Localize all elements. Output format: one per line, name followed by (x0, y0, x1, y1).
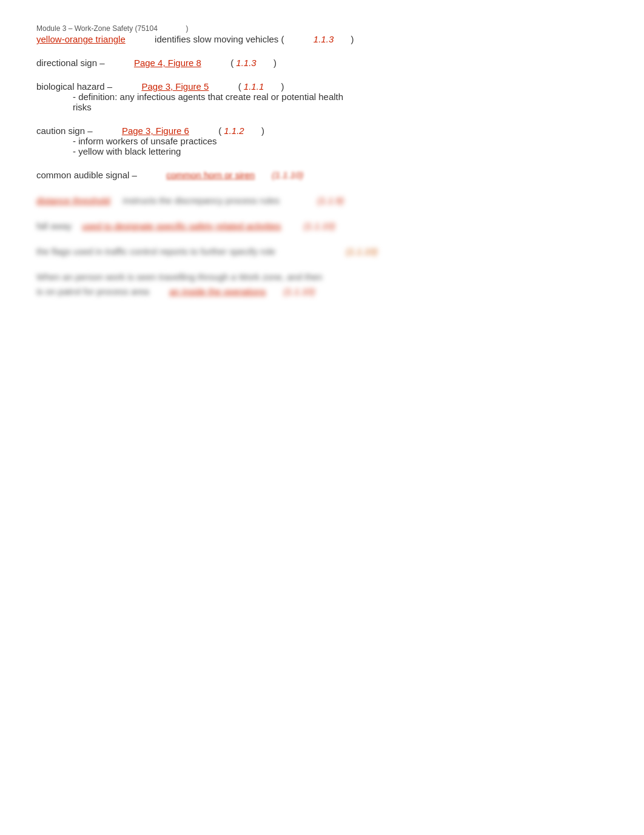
caution-sign-main: caution sign – Page 3, Figure 6 ( 1.1.2 … (36, 126, 608, 136)
blurred-section-3: the flags used in traffic control report… (36, 244, 608, 259)
page: Module 3 – Work-Zone Safety (75104 ) yel… (0, 0, 644, 835)
module-label: Module 3 – Work-Zone Safety (75104 (36, 24, 158, 33)
caution-sign-sub1: - inform workers of unsafe practices (73, 136, 608, 146)
caution-sign-sub2: - yellow with black lettering (73, 146, 608, 156)
blurred-red-4: an inside the operations (169, 286, 266, 297)
caution-paren-open: ( (218, 126, 221, 136)
directional-ref: 1.1.3 (236, 58, 256, 68)
caution-paren-close: ) (261, 126, 264, 136)
biological-hazard-main: biological hazard – Page 3, Figure 5 ( 1… (36, 81, 608, 92)
directional-paren-open: ( (230, 58, 233, 68)
audible-signal-section: common audible signal – common horn or s… (36, 170, 608, 180)
directional-sign-ref-label: Page 4, Figure 8 (134, 58, 201, 68)
blurred-orange-ref-3: (1.1.10) (346, 246, 378, 257)
biological-paren-close: ) (281, 81, 284, 92)
slow-moving-vehicles-section: yellow-orange triangle identifies slow m… (36, 34, 608, 44)
blurred-spacer-2 (284, 221, 301, 231)
biological-ref: 1.1.1 (244, 81, 264, 92)
audible-signal-label: common audible signal – (36, 170, 137, 180)
blurred-section-2: fall away used to designate specific saf… (36, 219, 608, 233)
caution-sign-label: caution sign – (36, 126, 93, 136)
caution-ref: 1.1.2 (224, 126, 244, 136)
slow-moving-close: ) (351, 34, 354, 44)
caution-sign-section: caution sign – Page 3, Figure 6 ( 1.1.2 … (36, 126, 608, 156)
blurred-ref-2: (1.1.10) (304, 221, 335, 231)
blurred-red-2: used to designate specific safety relate… (82, 221, 281, 231)
blurred-text-4b: is on patrol for process area (36, 286, 167, 297)
blurred-spacer-4 (269, 286, 281, 297)
audible-signal-red: common horn or siren (166, 170, 255, 180)
audible-signal-ref: (1.1.10) (272, 170, 304, 180)
blurred-text-1: instructs the discrepancy process rules (113, 195, 315, 206)
biological-hazard-ref-label: Page 3, Figure 5 (141, 81, 209, 92)
caution-sign-ref-label: Page 3, Figure 6 (122, 126, 189, 136)
blurred-ref-4: (1.1.10) (284, 286, 315, 297)
slow-moving-ref: 1.1.3 (314, 34, 334, 44)
blurred-text-3: the flags used in traffic control report… (36, 246, 344, 257)
blurred-text-4a: When an person work is seen travelling t… (36, 272, 323, 282)
blurred-ref-1: (1.1.9) (318, 195, 344, 206)
biological-hazard-sub2: risks (73, 102, 608, 112)
biological-hazard-section: biological hazard – Page 3, Figure 5 ( 1… (36, 81, 608, 112)
blurred-section-1: distance threshold instructs the discrep… (36, 193, 608, 208)
directional-paren-close: ) (273, 58, 277, 68)
directional-sign-section: directional sign – Page 4, Figure 8 ( 1.… (36, 58, 608, 68)
directional-sign-label: directional sign – (36, 58, 105, 68)
biological-hazard-sub1: - definition: any infectious agents that… (73, 92, 608, 102)
yellow-orange-triangle-label: yellow-orange triangle (36, 34, 126, 44)
biological-hazard-label: biological hazard – (36, 81, 112, 92)
module-paren: ) (186, 24, 189, 33)
header-line: Module 3 – Work-Zone Safety (75104 ) (36, 24, 608, 33)
slow-moving-text: identifies slow moving vehicles ( (155, 34, 284, 44)
blurred-red-1: distance threshold (36, 195, 110, 206)
blurred-section-4: When an person work is seen travelling t… (36, 270, 608, 299)
biological-paren-open: ( (238, 81, 241, 92)
blurred-label-2: fall away (36, 221, 82, 231)
